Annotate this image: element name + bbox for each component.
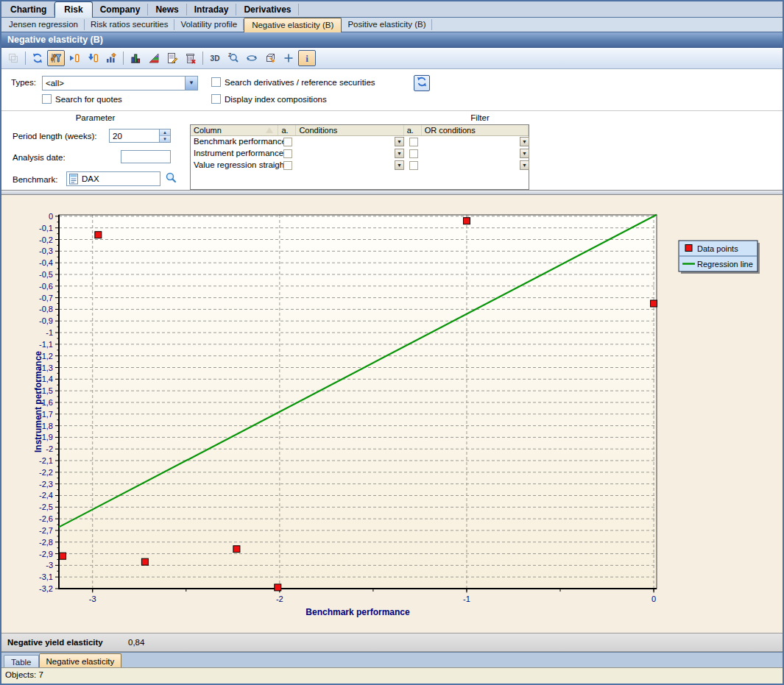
main-tab-charting[interactable]: Charting xyxy=(3,4,54,15)
bottom-tab-negative-elasticity[interactable]: Negative elasticity xyxy=(39,653,122,667)
svg-text:-3,1: -3,1 xyxy=(39,572,53,581)
filter-conditions-cell: ▼ xyxy=(297,136,405,148)
analysis-date-label: Analysis date: xyxy=(13,153,66,162)
main-tab-risk[interactable]: Risk xyxy=(54,1,92,18)
filter-and-cell xyxy=(405,148,423,160)
benchmark-value: DAX xyxy=(82,174,99,183)
svg-text:-3,2: -3,2 xyxy=(39,584,53,593)
report-edit-icon[interactable] xyxy=(163,50,181,66)
chart-legend[interactable]: Data pointsRegression line xyxy=(679,241,760,274)
main-tab-bar: ChartingRiskCompanyNewsIntradayDerivativ… xyxy=(1,1,783,18)
svg-text:-2,1: -2,1 xyxy=(39,456,53,465)
data-point xyxy=(95,232,102,238)
sub-tab-jensen-regression[interactable]: Jensen regression xyxy=(3,19,85,30)
filter-and-cell xyxy=(279,160,297,171)
svg-text:-0,9: -0,9 xyxy=(39,316,53,325)
search-derivatives-label: Search derivatives / reference securitie… xyxy=(225,78,375,87)
parameter-section-header: Parameter xyxy=(1,113,189,122)
add-icon[interactable] xyxy=(280,50,297,66)
filter-icon[interactable] xyxy=(47,50,65,66)
main-tab-intraday[interactable]: Intraday xyxy=(187,4,237,15)
filter-column-header[interactable]: OR conditions xyxy=(422,125,529,135)
arrow-down-bar-icon[interactable] xyxy=(84,50,102,66)
bar-chart-icon[interactable] xyxy=(127,50,144,66)
filter-column-header[interactable]: Conditions xyxy=(296,125,403,135)
and-checkbox[interactable] xyxy=(283,138,292,146)
types-label: Types: xyxy=(11,78,36,87)
and-checkbox[interactable] xyxy=(409,161,418,170)
refresh-icon xyxy=(416,76,428,90)
filter-or-conditions-cell: ▼ xyxy=(423,136,530,148)
search-panel: Types: <all> ▼ Search derivatives / refe… xyxy=(1,69,783,110)
page-title: Negative elasticity (B) xyxy=(1,32,783,48)
svg-text:-1: -1 xyxy=(46,328,53,337)
and-checkbox[interactable] xyxy=(283,161,292,170)
svg-text:-0,3: -0,3 xyxy=(39,246,53,255)
plot-area xyxy=(59,215,657,589)
data-point xyxy=(463,218,470,224)
3d-view-icon[interactable]: 3D xyxy=(206,50,224,66)
info-icon[interactable]: i xyxy=(298,50,316,66)
spinner-up-icon[interactable]: ▲ xyxy=(160,129,170,136)
sub-tab-positive-elasticity-b[interactable]: Positive elasticity (B) xyxy=(342,19,432,30)
conditions-dropdown-icon[interactable]: ▼ xyxy=(395,137,404,146)
fit-view-icon xyxy=(4,50,22,66)
legend-data-points-label: Data points xyxy=(697,244,738,253)
data-point xyxy=(275,584,281,591)
conditions-dropdown-icon[interactable]: ▼ xyxy=(395,160,404,170)
filter-or-conditions-cell: ▼ xyxy=(423,160,530,171)
benchmark-search-button[interactable] xyxy=(163,172,178,187)
period-length-input[interactable]: 20 ▲▼ xyxy=(109,129,171,143)
pyramid-chart-icon[interactable] xyxy=(145,50,163,66)
main-tab-news[interactable]: News xyxy=(148,4,186,15)
x-tick-labels: -3-2-10 xyxy=(89,595,656,603)
analysis-date-input[interactable] xyxy=(121,150,171,163)
statistics-icon[interactable] xyxy=(102,50,120,66)
chart-panel: 0-0,1-0,2-0,3-0,4-0,5-0,6-0,7-0,8-0,9-1-… xyxy=(1,195,783,633)
toolbar-separator xyxy=(123,52,124,65)
or-conditions-dropdown-icon[interactable]: ▼ xyxy=(520,149,529,158)
main-tab-derivatives[interactable]: Derivatives xyxy=(236,4,299,15)
filter-table-row: Value regression straight▼▼ xyxy=(191,160,529,171)
and-checkbox[interactable] xyxy=(409,149,418,158)
filter-column-header[interactable]: a. xyxy=(404,125,422,135)
splitter-handle[interactable] xyxy=(1,190,783,195)
toolbar-separator xyxy=(202,52,203,65)
chevron-down-icon[interactable]: ▼ xyxy=(185,77,197,90)
y-axis-title: Instrument performance xyxy=(33,351,43,452)
svg-text:-2,8: -2,8 xyxy=(39,538,53,547)
search-quotes-checkbox[interactable] xyxy=(42,94,52,104)
or-conditions-dropdown-icon[interactable]: ▼ xyxy=(520,137,529,146)
or-conditions-dropdown-icon[interactable]: ▼ xyxy=(520,160,529,170)
zoom-icon[interactable]: Z xyxy=(225,50,242,66)
and-checkbox[interactable] xyxy=(283,149,292,158)
arrow-right-bar-icon[interactable] xyxy=(66,50,83,66)
filter-column-header[interactable]: Column xyxy=(191,125,278,135)
sub-tab-volatility-profile[interactable]: Volatility profile xyxy=(174,19,244,30)
result-value: 0,84 xyxy=(128,638,144,647)
conditions-dropdown-icon[interactable]: ▼ xyxy=(395,149,404,158)
delete-icon[interactable] xyxy=(182,50,199,66)
sub-tab-risk-ratios-securities[interactable]: Risk ratios securities xyxy=(85,19,174,30)
svg-text:-2,9: -2,9 xyxy=(39,550,53,558)
refresh-icon[interactable] xyxy=(29,50,46,66)
and-checkbox[interactable] xyxy=(409,138,418,146)
benchmark-input[interactable]: DAX xyxy=(66,171,160,186)
svg-text:-2: -2 xyxy=(46,444,53,453)
main-tab-company[interactable]: Company xyxy=(93,4,149,15)
perspective-icon[interactable] xyxy=(261,50,279,66)
sub-tab-bar: Jensen regressionRisk ratios securitiesV… xyxy=(1,18,783,32)
display-index-checkbox[interactable] xyxy=(211,94,221,104)
svg-text:-2,3: -2,3 xyxy=(39,480,53,489)
filter-column-header[interactable]: a. xyxy=(278,125,296,135)
types-dropdown-value: <all> xyxy=(46,79,64,88)
sub-tab-negative-elasticity-b[interactable]: Negative elasticity (B) xyxy=(244,18,342,32)
svg-text:-2,5: -2,5 xyxy=(39,503,53,511)
spinner-down-icon[interactable]: ▼ xyxy=(160,136,170,142)
search-derivatives-checkbox[interactable] xyxy=(211,77,221,87)
period-length-spinner[interactable]: ▲▼ xyxy=(159,129,170,142)
rotate-icon[interactable] xyxy=(243,50,261,66)
refresh-search-button[interactable] xyxy=(414,75,430,91)
bottom-tab-table[interactable]: Table xyxy=(4,655,39,667)
types-dropdown[interactable]: <all> ▼ xyxy=(42,76,198,90)
